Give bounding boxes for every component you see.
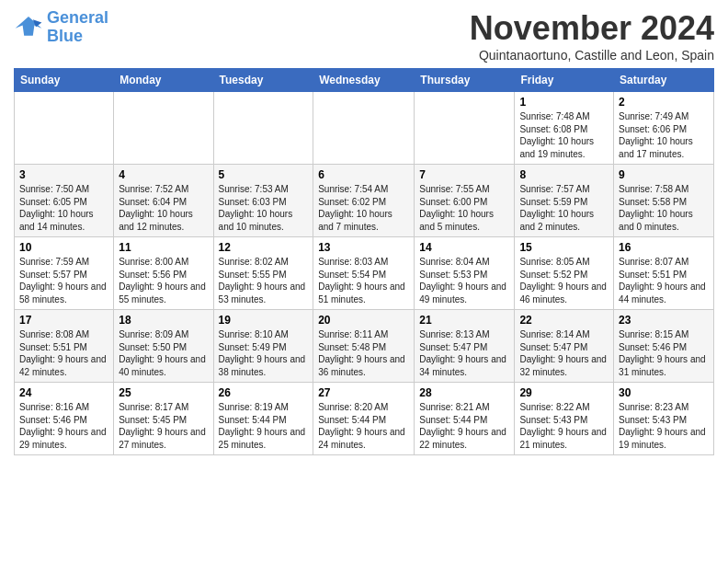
calendar-cell: 21Sunrise: 8:13 AM Sunset: 5:47 PM Dayli… (415, 310, 515, 383)
day-number: 5 (219, 168, 309, 181)
day-number: 15 (519, 241, 609, 254)
calendar-cell: 22Sunrise: 8:14 AM Sunset: 5:47 PM Dayli… (515, 310, 614, 383)
day-info: Sunrise: 8:08 AM Sunset: 5:51 PM Dayligh… (19, 328, 108, 378)
calendar-day-header: Monday (114, 69, 213, 92)
calendar-cell: 5Sunrise: 7:53 AM Sunset: 6:03 PM Daylig… (213, 165, 313, 237)
calendar-cell: 7Sunrise: 7:55 AM Sunset: 6:00 PM Daylig… (415, 165, 515, 237)
day-info: Sunrise: 8:21 AM Sunset: 5:44 PM Dayligh… (419, 401, 509, 451)
calendar-week-row: 1Sunrise: 7:48 AM Sunset: 6:08 PM Daylig… (15, 92, 714, 165)
calendar-cell: 23Sunrise: 8:15 AM Sunset: 5:46 PM Dayli… (614, 310, 714, 383)
day-info: Sunrise: 8:04 AM Sunset: 5:53 PM Dayligh… (419, 256, 509, 305)
calendar-cell (415, 92, 515, 165)
logo-icon (14, 15, 43, 40)
calendar-day-header: Saturday (614, 69, 714, 92)
day-number: 7 (419, 168, 509, 181)
day-info: Sunrise: 7:52 AM Sunset: 6:04 PM Dayligh… (119, 183, 208, 233)
day-info: Sunrise: 7:57 AM Sunset: 5:59 PM Dayligh… (519, 183, 609, 233)
day-number: 3 (19, 168, 108, 181)
day-info: Sunrise: 7:48 AM Sunset: 6:08 PM Dayligh… (519, 110, 609, 160)
calendar-cell: 28Sunrise: 8:21 AM Sunset: 5:44 PM Dayli… (415, 383, 515, 455)
day-info: Sunrise: 8:09 AM Sunset: 5:50 PM Dayligh… (119, 328, 208, 378)
logo: GeneralBlue (14, 9, 108, 46)
day-number: 28 (419, 386, 509, 399)
calendar-cell: 20Sunrise: 8:11 AM Sunset: 5:48 PM Dayli… (313, 310, 415, 383)
calendar-cell: 27Sunrise: 8:20 AM Sunset: 5:44 PM Dayli… (313, 383, 415, 455)
calendar-cell: 9Sunrise: 7:58 AM Sunset: 5:58 PM Daylig… (614, 165, 714, 237)
day-number: 10 (19, 241, 108, 254)
day-number: 6 (318, 168, 409, 181)
day-number: 1 (519, 96, 609, 109)
day-info: Sunrise: 7:59 AM Sunset: 5:57 PM Dayligh… (19, 256, 108, 305)
calendar-cell: 29Sunrise: 8:22 AM Sunset: 5:43 PM Dayli… (515, 383, 614, 455)
calendar-day-header: Friday (515, 69, 614, 92)
calendar-cell: 6Sunrise: 7:54 AM Sunset: 6:02 PM Daylig… (313, 165, 415, 237)
day-number: 12 (219, 241, 309, 254)
day-number: 25 (119, 386, 208, 399)
day-number: 16 (619, 241, 709, 254)
calendar-cell: 2Sunrise: 7:49 AM Sunset: 6:06 PM Daylig… (614, 92, 714, 165)
day-info: Sunrise: 8:22 AM Sunset: 5:43 PM Dayligh… (519, 401, 609, 451)
logo-text: GeneralBlue (47, 9, 108, 46)
calendar-day-header: Thursday (415, 69, 515, 92)
calendar-cell: 16Sunrise: 8:07 AM Sunset: 5:51 PM Dayli… (614, 237, 714, 310)
calendar-cell: 10Sunrise: 7:59 AM Sunset: 5:57 PM Dayli… (15, 237, 114, 310)
day-info: Sunrise: 7:54 AM Sunset: 6:02 PM Dayligh… (318, 183, 409, 233)
day-info: Sunrise: 7:50 AM Sunset: 6:05 PM Dayligh… (19, 183, 108, 233)
day-info: Sunrise: 8:20 AM Sunset: 5:44 PM Dayligh… (318, 401, 409, 451)
day-number: 27 (318, 386, 409, 399)
day-number: 14 (419, 241, 509, 254)
day-info: Sunrise: 8:11 AM Sunset: 5:48 PM Dayligh… (318, 328, 409, 378)
day-info: Sunrise: 8:15 AM Sunset: 5:46 PM Dayligh… (619, 328, 709, 378)
day-number: 17 (19, 314, 108, 327)
calendar-cell: 11Sunrise: 8:00 AM Sunset: 5:56 PM Dayli… (114, 237, 213, 310)
day-number: 21 (419, 314, 509, 327)
calendar-cell: 19Sunrise: 8:10 AM Sunset: 5:49 PM Dayli… (213, 310, 313, 383)
day-info: Sunrise: 8:23 AM Sunset: 5:43 PM Dayligh… (619, 401, 709, 451)
calendar-cell: 26Sunrise: 8:19 AM Sunset: 5:44 PM Dayli… (213, 383, 313, 455)
calendar-cell (213, 92, 313, 165)
day-info: Sunrise: 8:19 AM Sunset: 5:44 PM Dayligh… (219, 401, 309, 451)
calendar-cell: 30Sunrise: 8:23 AM Sunset: 5:43 PM Dayli… (614, 383, 714, 455)
day-number: 2 (619, 96, 709, 109)
calendar-week-row: 24Sunrise: 8:16 AM Sunset: 5:46 PM Dayli… (15, 383, 714, 455)
day-number: 29 (519, 386, 609, 399)
calendar-cell: 25Sunrise: 8:17 AM Sunset: 5:45 PM Dayli… (114, 383, 213, 455)
day-number: 23 (619, 314, 709, 327)
page-header: GeneralBlue November 2024 Quintanaortuno… (14, 9, 714, 63)
day-info: Sunrise: 8:03 AM Sunset: 5:54 PM Dayligh… (318, 256, 409, 305)
day-info: Sunrise: 8:02 AM Sunset: 5:55 PM Dayligh… (219, 256, 309, 305)
calendar-cell: 4Sunrise: 7:52 AM Sunset: 6:04 PM Daylig… (114, 165, 213, 237)
day-info: Sunrise: 7:58 AM Sunset: 5:58 PM Dayligh… (619, 183, 709, 233)
day-number: 22 (519, 314, 609, 327)
day-info: Sunrise: 8:05 AM Sunset: 5:52 PM Dayligh… (519, 256, 609, 305)
day-info: Sunrise: 8:10 AM Sunset: 5:49 PM Dayligh… (219, 328, 309, 378)
calendar-cell (15, 92, 114, 165)
day-info: Sunrise: 8:00 AM Sunset: 5:56 PM Dayligh… (119, 256, 208, 305)
calendar-cell: 8Sunrise: 7:57 AM Sunset: 5:59 PM Daylig… (515, 165, 614, 237)
calendar-cell: 17Sunrise: 8:08 AM Sunset: 5:51 PM Dayli… (15, 310, 114, 383)
day-number: 8 (519, 168, 609, 181)
calendar-week-row: 3Sunrise: 7:50 AM Sunset: 6:05 PM Daylig… (15, 165, 714, 237)
calendar-cell: 3Sunrise: 7:50 AM Sunset: 6:05 PM Daylig… (15, 165, 114, 237)
day-info: Sunrise: 8:14 AM Sunset: 5:47 PM Dayligh… (519, 328, 609, 378)
day-number: 19 (219, 314, 309, 327)
svg-marker-0 (16, 17, 42, 36)
calendar-cell (313, 92, 415, 165)
calendar-cell: 12Sunrise: 8:02 AM Sunset: 5:55 PM Dayli… (213, 237, 313, 310)
day-info: Sunrise: 7:55 AM Sunset: 6:00 PM Dayligh… (419, 183, 509, 233)
day-number: 24 (19, 386, 108, 399)
calendar-cell: 15Sunrise: 8:05 AM Sunset: 5:52 PM Dayli… (515, 237, 614, 310)
day-info: Sunrise: 8:13 AM Sunset: 5:47 PM Dayligh… (419, 328, 509, 378)
calendar-cell (114, 92, 213, 165)
day-number: 20 (318, 314, 409, 327)
day-number: 26 (219, 386, 309, 399)
day-info: Sunrise: 8:16 AM Sunset: 5:46 PM Dayligh… (19, 401, 108, 451)
calendar-header-row: SundayMondayTuesdayWednesdayThursdayFrid… (15, 69, 714, 92)
day-info: Sunrise: 7:49 AM Sunset: 6:06 PM Dayligh… (619, 110, 709, 160)
calendar-cell: 18Sunrise: 8:09 AM Sunset: 5:50 PM Dayli… (114, 310, 213, 383)
calendar-cell: 14Sunrise: 8:04 AM Sunset: 5:53 PM Dayli… (415, 237, 515, 310)
calendar-day-header: Tuesday (213, 69, 313, 92)
day-number: 11 (119, 241, 208, 254)
day-number: 9 (619, 168, 709, 181)
calendar-cell: 24Sunrise: 8:16 AM Sunset: 5:46 PM Dayli… (15, 383, 114, 455)
